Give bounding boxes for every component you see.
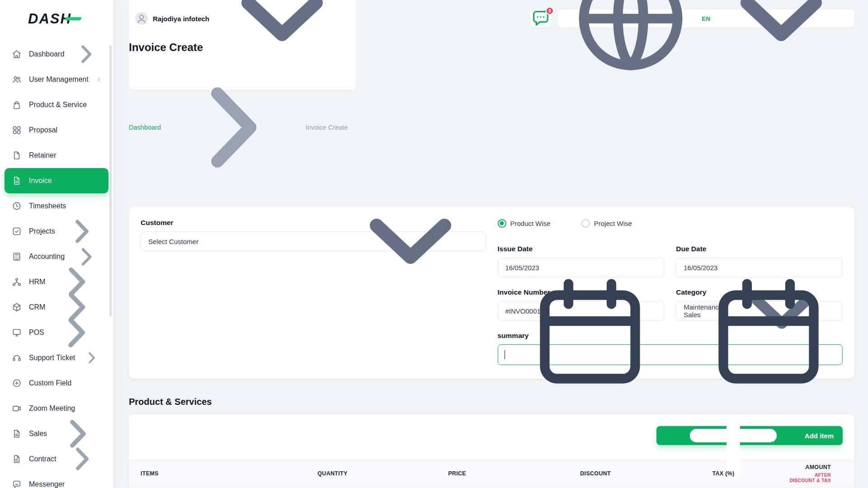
add-item-label: Add item bbox=[805, 432, 834, 440]
sidebar-item-label: Timesheets bbox=[29, 202, 101, 210]
logo-wrap: DASH bbox=[0, 0, 113, 38]
breadcrumb-current: Invoice Create bbox=[306, 124, 348, 131]
invoice-number-input[interactable] bbox=[498, 301, 665, 321]
sidebar-item-proposal[interactable]: Proposal bbox=[5, 117, 108, 143]
sidebar-item-label: Messenger bbox=[29, 480, 101, 488]
topbar-right: 0 EN bbox=[530, 9, 854, 28]
check-square-icon bbox=[12, 226, 22, 236]
breadcrumb-dashboard-link[interactable]: Dashboard bbox=[129, 124, 161, 131]
chevron-down-icon bbox=[713, 0, 849, 86]
header-amount: AMOUNT AFTER DISCOUNT & TAX bbox=[789, 464, 854, 483]
product-wise-label: Product Wise bbox=[510, 220, 551, 227]
due-date-field: Due Date bbox=[676, 245, 843, 277]
plus-circle-icon bbox=[12, 378, 22, 388]
sidebar-item-label: Sales bbox=[29, 430, 47, 438]
sidebar-item-label: Invoice bbox=[29, 177, 101, 185]
company-name: Rajodiya infotech bbox=[153, 15, 209, 23]
sidebar-item-label: Proposal bbox=[29, 126, 101, 134]
headset-icon bbox=[12, 353, 22, 363]
sidebar-item-label: Product & Service bbox=[29, 101, 101, 109]
contract-icon bbox=[12, 454, 22, 464]
sidebar: DASH DashboardUser ManagementProduct & S… bbox=[0, 0, 113, 488]
category-select[interactable]: Maintenance Sales bbox=[676, 301, 843, 321]
sidebar-item-product-service[interactable]: Product & Service bbox=[5, 92, 108, 117]
sidebar-item-label: User Management bbox=[29, 75, 89, 84]
chevron-right-icon bbox=[71, 42, 101, 69]
invoice-number-label: Invoice Number bbox=[498, 288, 665, 296]
logo-dash-accent bbox=[65, 17, 82, 20]
chevron-down-icon bbox=[343, 174, 478, 309]
monitor-icon bbox=[12, 328, 22, 338]
summary-textarea[interactable] bbox=[498, 344, 843, 365]
chevron-right-icon bbox=[96, 77, 101, 82]
calendar-icon bbox=[522, 263, 658, 399]
sidebar-item-label: Dashboard bbox=[29, 50, 64, 58]
messages-button[interactable]: 0 bbox=[530, 9, 551, 28]
file-icon bbox=[12, 150, 22, 160]
customer-select[interactable]: Select Customer bbox=[141, 231, 486, 251]
chevron-right-icon bbox=[63, 440, 101, 478]
sidebar-scrollbar[interactable] bbox=[109, 45, 112, 316]
calculator-icon bbox=[12, 252, 22, 262]
sidebar-nav: DashboardUser ManagementProduct & Servic… bbox=[0, 42, 113, 488]
sidebar-item-label: Contract bbox=[29, 455, 56, 463]
shopping-bag-icon bbox=[12, 100, 22, 110]
cube-icon bbox=[12, 302, 22, 312]
sidebar-item-retainer[interactable]: Retainer bbox=[5, 143, 108, 168]
radio-unchecked-icon bbox=[581, 219, 590, 228]
issue-date-field: Issue Date bbox=[498, 245, 665, 277]
project-wise-label: Project Wise bbox=[594, 220, 632, 227]
project-wise-radio[interactable]: Project Wise bbox=[581, 219, 632, 228]
language-selector[interactable]: EN bbox=[557, 9, 854, 28]
sidebar-item-label: Custom Field bbox=[29, 379, 101, 387]
issue-date-input[interactable] bbox=[498, 258, 665, 277]
category-field: Category Maintenance Sales bbox=[676, 288, 843, 321]
sidebar-item-custom-field[interactable]: Custom Field bbox=[5, 371, 108, 396]
sidebar-item-pos[interactable]: POS bbox=[5, 320, 108, 345]
product-wise-radio[interactable]: Product Wise bbox=[498, 219, 551, 228]
invoice-fields-grid: Issue Date Due Date Invoice Number bbox=[498, 245, 843, 365]
radio-checked-icon bbox=[498, 219, 506, 228]
sidebar-item-projects[interactable]: Projects bbox=[5, 219, 108, 244]
sidebar-item-invoice[interactable]: Invoice bbox=[5, 168, 108, 193]
invoice-details-column: Product Wise Project Wise Issue Date Due… bbox=[498, 219, 843, 365]
header-quantity: QUANTITY bbox=[317, 470, 448, 477]
summary-field: summary bbox=[498, 332, 843, 365]
sidebar-item-user-management[interactable]: User Management bbox=[5, 67, 108, 92]
issue-date-label: Issue Date bbox=[498, 245, 665, 253]
header-price: PRICE bbox=[448, 470, 580, 477]
sidebar-item-label: CRM bbox=[29, 303, 45, 311]
due-date-input[interactable] bbox=[676, 258, 843, 277]
header-amount-subtext: AFTER DISCOUNT & TAX bbox=[789, 472, 831, 483]
sidebar-item-label: Support Ticket bbox=[29, 354, 75, 362]
app-logo[interactable]: DASH bbox=[28, 11, 71, 27]
customer-column: Customer Select Customer bbox=[141, 219, 486, 365]
sidebar-item-label: POS bbox=[29, 328, 44, 337]
due-date-label: Due Date bbox=[676, 245, 843, 253]
plus-icon bbox=[665, 414, 801, 488]
products-section-heading: Product & Services bbox=[129, 397, 854, 407]
video-icon bbox=[12, 404, 22, 413]
add-item-button[interactable]: Add item bbox=[656, 426, 843, 445]
category-icon bbox=[12, 125, 22, 135]
invoice-form-card: Customer Select Customer Product Wise Pr… bbox=[129, 207, 854, 379]
globe-icon bbox=[563, 0, 698, 86]
category-select-value: Maintenance Sales bbox=[684, 303, 729, 319]
company-avatar bbox=[135, 12, 148, 25]
sidebar-item-dashboard[interactable]: Dashboard bbox=[5, 42, 108, 67]
main-area: Rajodiya infotech 0 EN Invoice Create Da… bbox=[113, 0, 868, 488]
messages-badge: 0 bbox=[546, 7, 554, 15]
invoice-icon bbox=[12, 176, 22, 186]
chevron-right-icon bbox=[165, 60, 301, 195]
topbar: Rajodiya infotech 0 EN bbox=[129, 0, 854, 33]
invoice-type-radios: Product Wise Project Wise bbox=[498, 219, 843, 228]
header-tax: TAX (%) bbox=[712, 470, 789, 477]
header-discount: DISCOUNT bbox=[580, 470, 712, 477]
sidebar-item-label: HRM bbox=[29, 278, 45, 286]
chevron-right-icon bbox=[82, 348, 101, 367]
file-text-icon bbox=[12, 429, 22, 439]
network-icon bbox=[12, 277, 22, 287]
clock-icon bbox=[12, 201, 22, 211]
customer-select-value: Select Customer bbox=[148, 238, 198, 245]
home-icon bbox=[12, 49, 22, 59]
